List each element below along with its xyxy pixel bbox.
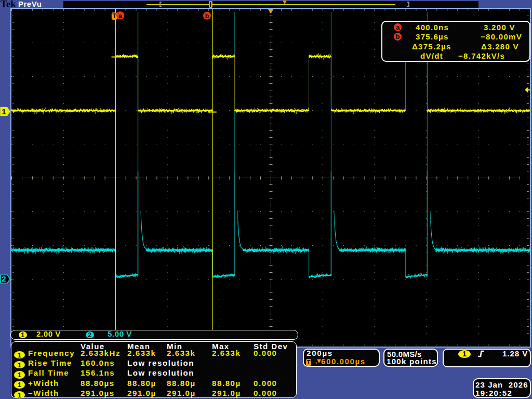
svg-text:T: T [112, 12, 116, 20]
svg-text:1: 1 [2, 107, 6, 116]
svg-text:b: b [205, 12, 209, 20]
svg-text:2: 2 [2, 274, 6, 283]
svg-text:a: a [118, 12, 123, 20]
